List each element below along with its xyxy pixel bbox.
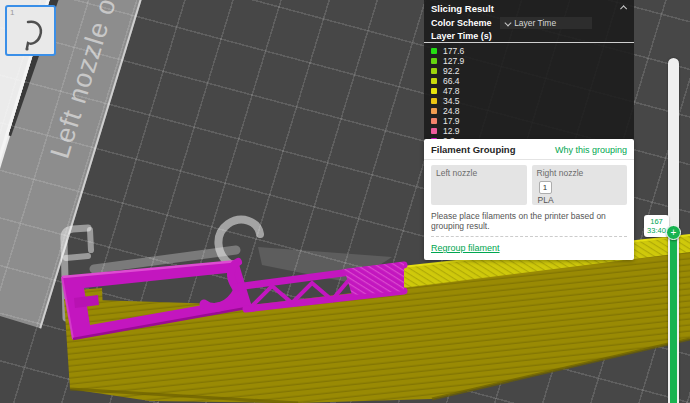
filament-chip[interactable]: 1 <box>539 181 552 194</box>
model-preview-icon <box>12 12 52 52</box>
why-this-grouping-link[interactable]: Why this grouping <box>555 145 627 155</box>
legend-row: 12.9 <box>431 126 627 136</box>
legend-swatch <box>431 118 437 124</box>
legend-row: 34.5 <box>431 96 627 106</box>
legend-swatch <box>431 48 437 54</box>
left-nozzle-label: Left nozzle <box>436 168 477 178</box>
legend-swatch <box>431 58 437 64</box>
layer-slider-handle[interactable]: + <box>666 225 681 240</box>
legend-row: 92.2 <box>431 66 627 76</box>
legend-swatch <box>431 98 437 104</box>
printed-body <box>64 235 690 403</box>
legend-row: 24.8 <box>431 106 627 116</box>
legend-swatch <box>431 68 437 74</box>
left-nozzle-box: Left nozzle <box>431 165 527 205</box>
printed-top-rim <box>62 261 252 339</box>
legend-row: 127.9 <box>431 56 627 66</box>
right-nozzle-box: Right nozzle 1 PLA <box>532 165 628 205</box>
left-nozzle-zone-label: Left nozzle only <box>45 0 196 162</box>
legend-row: 66.4 <box>431 76 627 86</box>
filament-grouping-panel: Filament Grouping Why this grouping Left… <box>424 139 634 260</box>
dashed-divider <box>431 236 627 237</box>
color-scheme-dropdown[interactable]: Layer Time <box>500 17 592 29</box>
legend-swatch <box>431 128 437 134</box>
legend-swatch <box>431 88 437 94</box>
regroup-filament-link[interactable]: Regroup filament <box>431 243 500 253</box>
legend-row: 17.9 <box>431 116 627 126</box>
legend-row: 177.6 <box>431 46 627 56</box>
slicer-viewport: Left nozzle only <box>0 0 690 403</box>
plate-thumbnail[interactable]: 1 <box>5 5 56 56</box>
color-scheme-label: Color Scheme <box>431 18 492 28</box>
slicing-result-panel: Slicing Result Color Scheme Layer Time L… <box>424 0 634 151</box>
layer-time-legend: 177.6 127.9 92.2 66.4 47.8 34.5 24.8 <box>424 43 634 151</box>
printed-arm <box>204 262 404 309</box>
legend-row: 47.8 <box>431 86 627 96</box>
grouping-note: Please place filaments on the printer ba… <box>424 209 634 236</box>
legend-swatch <box>431 78 437 84</box>
legend-title: Layer Time (s) <box>424 30 634 43</box>
filament-grouping-title: Filament Grouping <box>431 144 515 155</box>
legend-swatch <box>431 108 437 114</box>
collapse-panel-icon[interactable] <box>621 5 627 11</box>
layer-number: 167 <box>644 217 669 226</box>
layer-slider-fill <box>670 234 677 403</box>
filament-material: PLA <box>538 195 623 205</box>
chevron-down-icon <box>504 19 510 25</box>
slicing-result-title: Slicing Result <box>431 3 494 14</box>
color-scheme-value: Layer Time <box>514 18 556 28</box>
right-nozzle-label: Right nozzle <box>537 168 584 178</box>
ghost-model <box>64 220 392 318</box>
